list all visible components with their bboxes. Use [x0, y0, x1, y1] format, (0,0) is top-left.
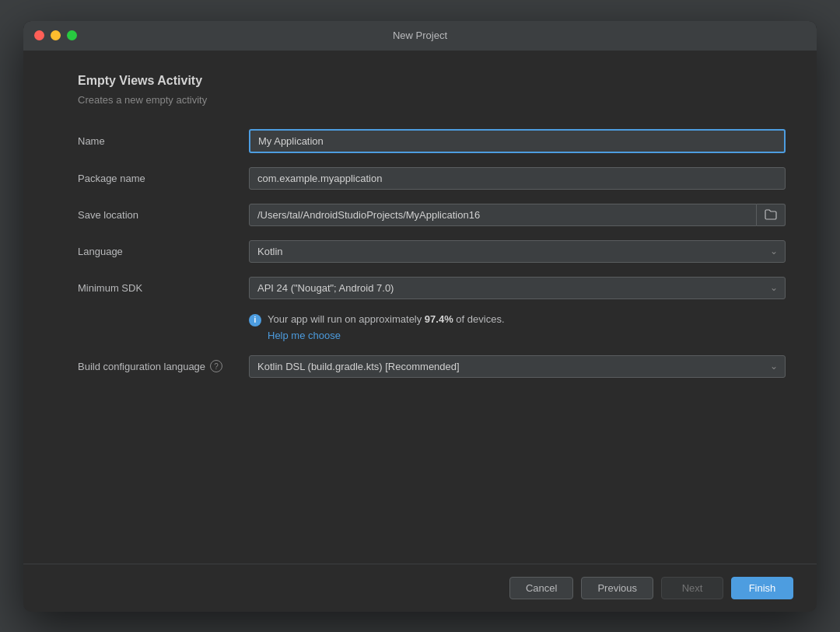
folder-icon	[765, 209, 777, 220]
build-config-row: Build configuration language ? Kotlin DS…	[78, 355, 786, 378]
maximize-button[interactable]	[67, 30, 77, 40]
name-input[interactable]	[249, 129, 786, 153]
minimum-sdk-label: Minimum SDK	[78, 282, 249, 294]
percentage-bold: 97.4%	[425, 313, 453, 325]
window-controls	[34, 30, 77, 40]
info-text: Your app will run on approximately 97.4%…	[268, 313, 505, 325]
minimum-sdk-select[interactable]: API 24 ("Nougat"; Android 7.0) API 21 AP…	[249, 277, 786, 299]
activity-subtitle: Creates a new empty activity	[78, 94, 786, 106]
activity-title: Empty Views Activity	[78, 74, 786, 88]
titlebar: New Project	[23, 21, 817, 51]
browse-folder-button[interactable]	[757, 204, 786, 226]
finish-button[interactable]: Finish	[731, 577, 793, 599]
close-button[interactable]	[34, 30, 44, 40]
previous-button[interactable]: Previous	[581, 577, 653, 599]
name-row: Name	[78, 129, 786, 153]
package-name-row: Package name	[78, 167, 786, 190]
minimize-button[interactable]	[51, 30, 61, 40]
language-row: Language Kotlin Java ⌄	[78, 240, 786, 263]
build-config-select-wrapper: Kotlin DSL (build.gradle.kts) [Recommend…	[249, 355, 786, 378]
language-select-wrapper: Kotlin Java ⌄	[249, 240, 786, 263]
save-location-label: Save location	[78, 209, 249, 221]
footer: Cancel Previous Next Finish	[23, 564, 817, 612]
info-row: i Your app will run on approximately 97.…	[249, 313, 786, 326]
info-box: i Your app will run on approximately 97.…	[249, 313, 786, 341]
new-project-window: New Project Empty Views Activity Creates…	[23, 21, 817, 612]
name-label: Name	[78, 135, 249, 147]
build-config-label-group: Build configuration language ?	[78, 360, 249, 372]
cancel-button[interactable]: Cancel	[509, 577, 573, 599]
build-config-label: Build configuration language ?	[78, 360, 249, 372]
package-name-input[interactable]	[249, 167, 786, 190]
minimum-sdk-select-wrapper: API 24 ("Nougat"; Android 7.0) API 21 AP…	[249, 277, 786, 299]
help-me-choose-link[interactable]: Help me choose	[268, 330, 786, 341]
build-config-select[interactable]: Kotlin DSL (build.gradle.kts) [Recommend…	[249, 355, 786, 378]
save-location-input-group	[249, 204, 786, 226]
build-config-help-icon[interactable]: ?	[210, 360, 222, 372]
save-location-input[interactable]	[249, 204, 757, 226]
minimum-sdk-row: Minimum SDK API 24 ("Nougat"; Android 7.…	[78, 277, 786, 299]
package-name-label: Package name	[78, 173, 249, 184]
next-button[interactable]: Next	[661, 577, 723, 599]
save-location-row: Save location	[78, 204, 786, 226]
info-icon: i	[249, 314, 261, 326]
build-config-label-text: Build configuration language	[78, 361, 205, 372]
form-content: Empty Views Activity Creates a new empty…	[23, 51, 817, 564]
window-title: New Project	[393, 30, 447, 41]
language-label: Language	[78, 246, 249, 257]
language-select[interactable]: Kotlin Java	[249, 240, 786, 263]
